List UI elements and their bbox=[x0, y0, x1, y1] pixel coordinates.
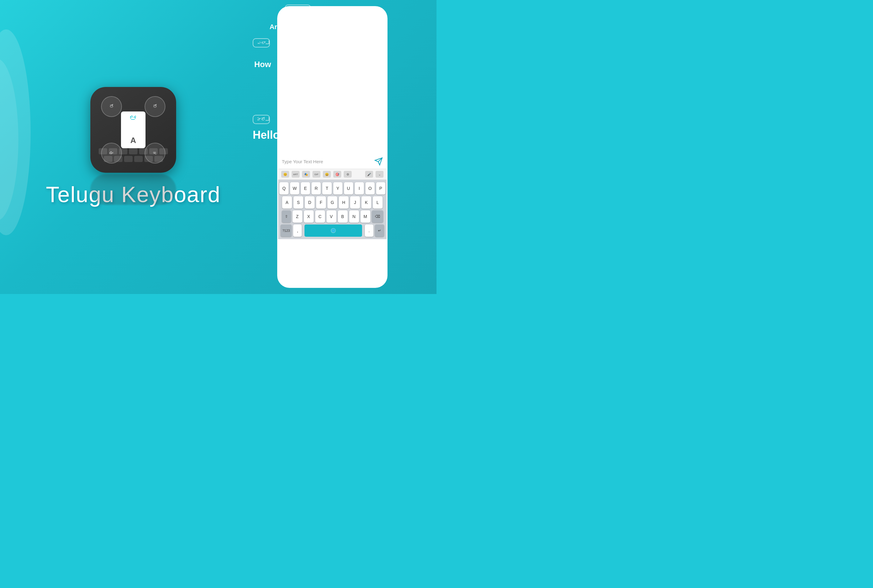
corner-tl-char: తో bbox=[110, 104, 114, 109]
key-x[interactable]: X bbox=[304, 210, 314, 223]
mic-icon[interactable]: 🎤 bbox=[365, 171, 373, 178]
keyboard-section: Q W E R T Y U I O P A S D F G H J K bbox=[278, 180, 387, 239]
app-icon: తో తో ఊ ఇ ఆ A bbox=[90, 87, 176, 173]
key-z[interactable]: Z bbox=[292, 210, 302, 223]
art-icon[interactable]: ART bbox=[292, 171, 300, 178]
return-key[interactable]: ↵ bbox=[375, 225, 384, 237]
phone-chat-area bbox=[278, 7, 387, 154]
key-u[interactable]: U bbox=[344, 182, 353, 195]
key-d[interactable]: D bbox=[305, 196, 315, 208]
key-a[interactable]: A bbox=[282, 196, 292, 208]
key-i[interactable]: I bbox=[355, 182, 364, 195]
key-row-1: Q W E R T Y U I O P bbox=[279, 182, 386, 195]
period-key[interactable]: . bbox=[365, 225, 374, 237]
expand-icon[interactable]: ⌄ bbox=[375, 171, 384, 178]
shift-key[interactable]: ⇧ bbox=[282, 210, 291, 223]
key-w[interactable]: W bbox=[290, 182, 299, 195]
type-bar[interactable]: Type Your Text Here bbox=[278, 154, 387, 169]
svg-text:🌐: 🌐 bbox=[332, 228, 335, 232]
key-m[interactable]: M bbox=[360, 210, 370, 223]
sticker-icon[interactable]: 😀 bbox=[323, 171, 331, 178]
avatar-icon[interactable]: 🎭 bbox=[302, 171, 310, 178]
app-icon-main: తో తో ఊ ఇ ఆ A bbox=[90, 87, 176, 173]
key-e[interactable]: E bbox=[301, 182, 310, 195]
key-q[interactable]: Q bbox=[279, 182, 288, 195]
key-t[interactable]: T bbox=[322, 182, 332, 195]
key-s[interactable]: S bbox=[294, 196, 303, 208]
key-row-4: ?123 , 🌐 . ↵ bbox=[279, 225, 386, 237]
key-h[interactable]: H bbox=[339, 196, 349, 208]
bubble-ela: ఎలా bbox=[253, 38, 270, 48]
gif-icon[interactable]: GIF bbox=[312, 171, 320, 178]
telugu-symbol: ఆ bbox=[129, 114, 138, 123]
key-b[interactable]: B bbox=[338, 210, 348, 223]
key-j[interactable]: J bbox=[350, 196, 360, 208]
num-key[interactable]: ?123 bbox=[280, 225, 292, 237]
key-n[interactable]: N bbox=[349, 210, 359, 223]
space-key[interactable]: 🌐 bbox=[304, 225, 362, 237]
bubble-hello-tel: హలో bbox=[253, 115, 270, 124]
word-how: How bbox=[254, 60, 271, 69]
settings-icon[interactable]: ⚙ bbox=[344, 171, 352, 178]
toolbar-row: 😊 ART 🎭 GIF 😀 🎯 ⚙ 🎤 ⌄ bbox=[278, 169, 387, 180]
key-y[interactable]: Y bbox=[333, 182, 342, 195]
key-p[interactable]: P bbox=[376, 182, 386, 195]
corner-tl-btn[interactable]: తో bbox=[101, 96, 122, 117]
key-f[interactable]: F bbox=[316, 196, 326, 208]
key-v[interactable]: V bbox=[327, 210, 336, 223]
key-o[interactable]: O bbox=[365, 182, 375, 195]
corner-tr-char: తో bbox=[153, 104, 158, 109]
center-key: ఆ A bbox=[121, 111, 146, 148]
icon-reflection bbox=[90, 174, 176, 205]
word-hello: Hello bbox=[253, 129, 280, 141]
key-c[interactable]: C bbox=[315, 210, 325, 223]
key-r[interactable]: R bbox=[312, 182, 321, 195]
type-input[interactable]: Type Your Text Here bbox=[282, 159, 372, 164]
send-icon[interactable] bbox=[374, 157, 383, 166]
left-section: తో తో ఊ ఇ ఆ A bbox=[18, 0, 248, 294]
comma-key[interactable]: , bbox=[293, 225, 302, 237]
emoji-icon[interactable]: 😊 bbox=[281, 171, 289, 178]
mini-keyboard bbox=[96, 148, 170, 164]
corner-tr-btn[interactable]: తో bbox=[145, 96, 165, 117]
phone-frame: Type Your Text Here 😊 ART 🎭 GIF 😀 🎯 ⚙ 🎤 … bbox=[277, 6, 387, 288]
key-letter: A bbox=[130, 136, 136, 145]
key-l[interactable]: L bbox=[373, 196, 382, 208]
theme-icon[interactable]: 🎯 bbox=[333, 171, 341, 178]
key-g[interactable]: G bbox=[327, 196, 337, 208]
key-row-3: ⇧ Z X C V B N M ⌫ bbox=[279, 210, 386, 223]
backspace-key[interactable]: ⌫ bbox=[372, 210, 383, 223]
right-section: ఉన్నాయి స్నేహితుడు ఎలా మంచి మీరు హాయ్ హల… bbox=[237, 0, 427, 294]
key-row-2: A S D F G H J K L bbox=[279, 196, 386, 208]
key-k[interactable]: K bbox=[362, 196, 371, 208]
